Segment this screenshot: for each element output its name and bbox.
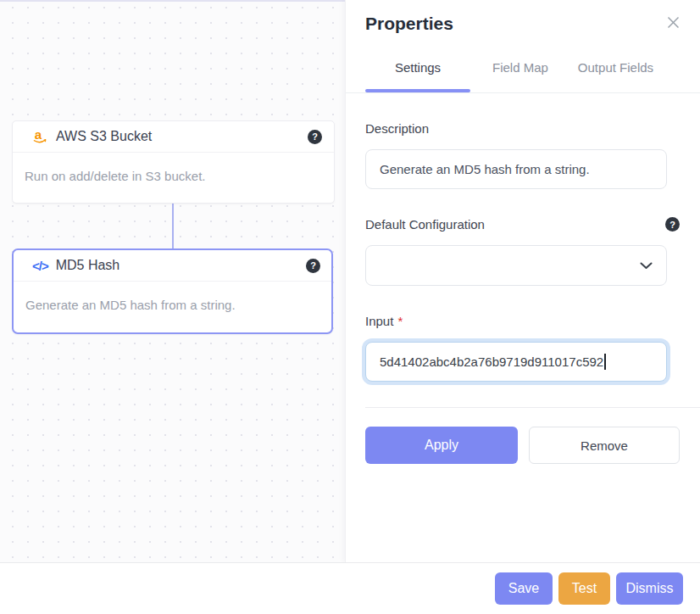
tab-output-fields[interactable]: Output Fields — [578, 60, 653, 92]
tab-settings[interactable]: Settings — [365, 60, 470, 92]
properties-panel: Properties Settings Field Map Output Fie… — [345, 0, 700, 562]
help-icon[interactable]: ? — [306, 259, 320, 273]
field-default-configuration: Default Configuration ? — [365, 217, 680, 286]
required-marker: * — [397, 314, 403, 328]
node-title: AWS S3 Bucket — [56, 129, 152, 144]
remove-button[interactable]: Remove — [529, 427, 680, 464]
description-input[interactable]: Generate an MD5 hash from a string. — [365, 149, 667, 189]
tab-field-map[interactable]: Field Map — [492, 60, 548, 92]
help-icon[interactable]: ? — [308, 130, 322, 144]
node-description: Run on add/delete in S3 bucket. — [13, 153, 334, 199]
description-label: Description — [365, 121, 429, 136]
help-icon[interactable]: ? — [665, 217, 680, 232]
aws-icon: a — [32, 128, 48, 145]
field-description: Description Generate an MD5 hash from a … — [365, 121, 680, 189]
svg-text:a: a — [35, 128, 42, 142]
input-label: Input — [365, 314, 393, 328]
node-md5-hash[interactable]: </> MD5 Hash ? Generate an MD5 hash from… — [12, 248, 333, 334]
node-description: Generate an MD5 hash from a string. — [14, 282, 331, 328]
node-title: MD5 Hash — [56, 258, 120, 273]
node-header: </> MD5 Hash ? — [14, 250, 331, 282]
node-aws-s3-bucket[interactable]: a AWS S3 Bucket ? Run on add/delete in S… — [12, 120, 335, 204]
panel-divider — [365, 407, 700, 408]
workflow-canvas[interactable]: a AWS S3 Bucket ? Run on add/delete in S… — [0, 0, 345, 562]
save-button[interactable]: Save — [495, 572, 553, 605]
dismiss-button[interactable]: Dismiss — [616, 572, 683, 605]
input-field[interactable]: 5d41402abc4b2a76b9719d911017c592 — [365, 342, 667, 382]
description-value: Generate an MD5 hash from a string. — [380, 162, 590, 176]
code-icon: </> — [32, 259, 48, 273]
panel-title: Properties — [365, 14, 680, 34]
close-icon[interactable] — [667, 16, 680, 29]
workflow-editor: a AWS S3 Bucket ? Run on add/delete in S… — [0, 0, 700, 614]
input-value: 5d41402abc4b2a76b9719d911017c592 — [380, 354, 603, 369]
field-input: Input * 5d41402abc4b2a76b9719d911017c592 — [365, 314, 680, 382]
default-configuration-label: Default Configuration — [365, 217, 485, 232]
node-header: a AWS S3 Bucket ? — [13, 121, 334, 153]
footer-bar: Save Test Dismiss — [0, 562, 700, 614]
text-cursor — [604, 354, 606, 370]
node-connector-line — [172, 203, 174, 249]
apply-button[interactable]: Apply — [365, 427, 518, 464]
panel-actions: Apply Remove — [365, 427, 680, 464]
default-configuration-select[interactable] — [365, 245, 667, 286]
chevron-down-icon — [640, 262, 653, 270]
panel-tabs: Settings Field Map Output Fields — [346, 60, 700, 93]
test-button[interactable]: Test — [558, 572, 610, 605]
